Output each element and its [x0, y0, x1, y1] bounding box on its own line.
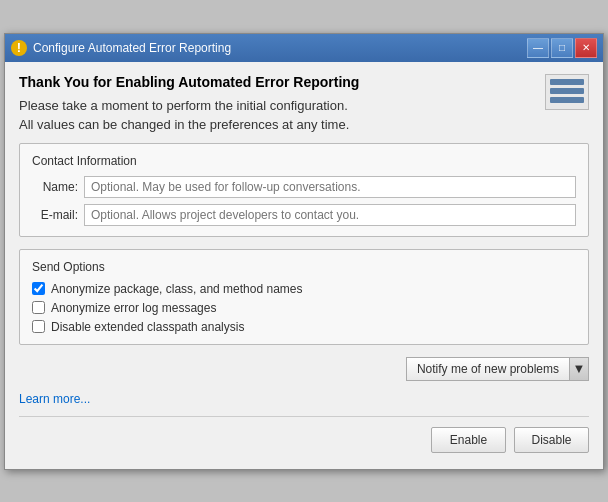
footer-divider: [19, 416, 589, 417]
checkbox-label-3: Disable extended classpath analysis: [51, 320, 244, 334]
name-field-row: Name:: [32, 176, 576, 198]
header-section: Thank You for Enabling Automated Error R…: [19, 74, 589, 135]
checkbox-anonymize-logs[interactable]: [32, 301, 45, 314]
enable-button[interactable]: Enable: [431, 427, 506, 453]
title-bar-left: ! Configure Automated Error Reporting: [11, 40, 231, 56]
send-options-group: Send Options Anonymize package, class, a…: [19, 249, 589, 345]
checkbox-label-2: Anonymize error log messages: [51, 301, 216, 315]
subtitle: Please take a moment to perform the init…: [19, 96, 535, 135]
notify-dropdown-button[interactable]: Notify me of new problems: [406, 357, 569, 381]
footer-row: Enable Disable: [19, 427, 589, 457]
checkbox-anonymize-names[interactable]: [32, 282, 45, 295]
notify-dropdown-arrow[interactable]: ▼: [569, 357, 589, 381]
notify-wrapper: Notify me of new problems ▼: [19, 357, 589, 381]
close-button[interactable]: ✕: [575, 38, 597, 58]
main-window: ! Configure Automated Error Reporting — …: [4, 33, 604, 470]
title-buttons: — □ ✕: [527, 38, 597, 58]
checkbox-row-2: Anonymize error log messages: [32, 301, 576, 315]
window-icon: !: [11, 40, 27, 56]
header-icon: [545, 74, 589, 110]
minimize-button[interactable]: —: [527, 38, 549, 58]
learn-more-link[interactable]: Learn more...: [19, 392, 90, 406]
checkbox-row-3: Disable extended classpath analysis: [32, 320, 576, 334]
email-field-row: E-mail:: [32, 204, 576, 226]
contact-info-group: Contact Information Name: E-mail:: [19, 143, 589, 237]
notify-dropdown-group: Notify me of new problems ▼: [406, 357, 589, 381]
icon-line-2: [550, 88, 584, 94]
checkbox-label-1: Anonymize package, class, and method nam…: [51, 282, 302, 296]
email-label: E-mail:: [32, 208, 84, 222]
send-options-label: Send Options: [32, 260, 576, 274]
icon-line-1: [550, 79, 584, 85]
email-input[interactable]: [84, 204, 576, 226]
subtitle-line1: Please take a moment to perform the init…: [19, 98, 348, 113]
title-bar: ! Configure Automated Error Reporting — …: [5, 34, 603, 62]
name-input[interactable]: [84, 176, 576, 198]
checkbox-disable-classpath[interactable]: [32, 320, 45, 333]
checkbox-row-1: Anonymize package, class, and method nam…: [32, 282, 576, 296]
maximize-button[interactable]: □: [551, 38, 573, 58]
content-area: Thank You for Enabling Automated Error R…: [5, 62, 603, 469]
disable-button[interactable]: Disable: [514, 427, 589, 453]
main-title: Thank You for Enabling Automated Error R…: [19, 74, 535, 90]
name-label: Name:: [32, 180, 84, 194]
dropdown-arrow-icon: ▼: [573, 361, 586, 376]
subtitle-line2: All values can be changed in the prefere…: [19, 117, 349, 132]
learn-more-row: Learn more...: [19, 391, 589, 406]
icon-line-3: [550, 97, 584, 103]
window-title: Configure Automated Error Reporting: [33, 41, 231, 55]
header-text-block: Thank You for Enabling Automated Error R…: [19, 74, 535, 135]
contact-info-label: Contact Information: [32, 154, 576, 168]
